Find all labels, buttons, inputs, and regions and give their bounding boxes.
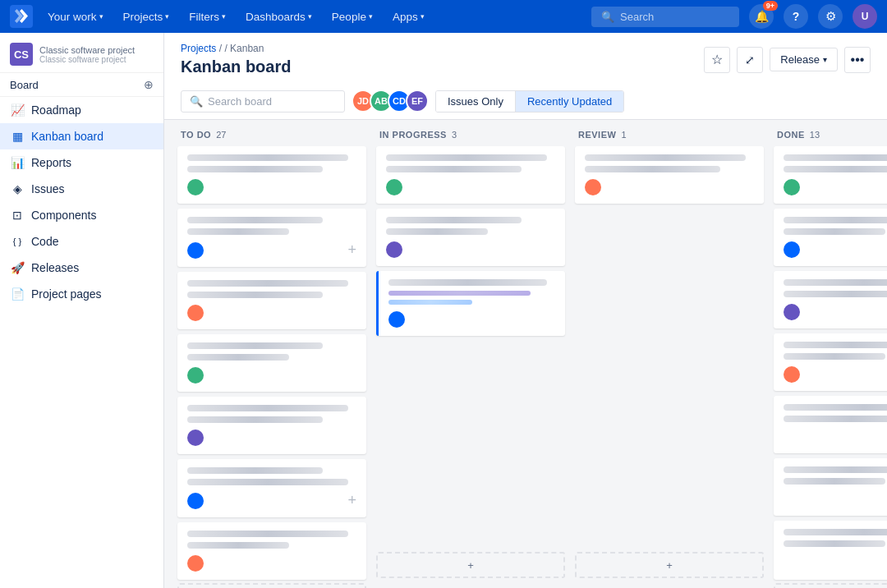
board-selector[interactable]: Board ⊕ — [0, 73, 163, 97]
column-todo-title: TO DO — [181, 130, 211, 140]
column-done-title: DONE — [777, 130, 805, 140]
jira-logo[interactable] — [10, 5, 33, 28]
column-add-card-inprogress[interactable]: + — [376, 552, 565, 578]
table-row[interactable] — [376, 209, 565, 266]
column-to-do: TO DO 27 — [177, 130, 366, 578]
avatar — [386, 179, 402, 195]
plus-icon: + — [666, 559, 673, 572]
table-row[interactable] — [774, 333, 887, 391]
avatar — [187, 305, 204, 321]
table-row[interactable] — [774, 271, 887, 328]
board-header: Projects / / Kanban Kanban board ☆ ⤢ Rel… — [164, 33, 887, 120]
kanban-icon: ▦ — [10, 130, 25, 143]
filter-avatars: JD AB CD EF — [352, 90, 429, 113]
table-row[interactable] — [575, 146, 764, 204]
chevron-down-icon: ▾ — [823, 55, 827, 64]
star-button[interactable]: ☆ — [704, 47, 730, 73]
table-row[interactable] — [774, 396, 887, 453]
notification-button[interactable]: 🔔 9+ — [749, 4, 774, 29]
avatar — [187, 242, 204, 259]
column-todo-count: 27 — [216, 130, 226, 140]
column-add-card-done[interactable]: + — [774, 583, 887, 588]
project-info: Classic software project Classic softwar… — [39, 45, 154, 64]
bell-icon: 🔔 — [755, 10, 769, 23]
avatar — [784, 304, 800, 320]
table-row[interactable] — [376, 146, 565, 204]
more-button[interactable]: ••• — [844, 47, 871, 73]
sidebar-item-issues[interactable]: ◈ Issues — [0, 176, 163, 202]
your-work-nav[interactable]: Your work▾ — [43, 7, 108, 26]
top-nav: Your work▾ Projects▾ Filters▾ Dashboards… — [0, 0, 887, 33]
sidebar-project-header: CS Classic software project Classic soft… — [0, 33, 163, 73]
share-button[interactable]: ⤢ — [737, 47, 763, 73]
release-label: Release — [780, 53, 820, 66]
people-nav[interactable]: People▾ — [327, 7, 378, 26]
filter-button-group: Issues Only Recently Updated — [435, 90, 624, 113]
search-board-placeholder: Search board — [208, 95, 272, 108]
sidebar-item-releases[interactable]: 🚀 Releases — [0, 255, 163, 281]
apps-nav[interactable]: Apps▾ — [388, 7, 430, 26]
table-row[interactable] — [774, 209, 887, 266]
sidebar-item-code[interactable]: { } Code — [0, 228, 163, 255]
breadcrumb: Projects / / Kanban — [181, 43, 291, 54]
table-row[interactable] — [376, 271, 565, 336]
card-add-icon[interactable]: + — [347, 241, 356, 259]
column-in-progress: IN PROGRESS 3 — [376, 130, 565, 578]
sidebar-item-project-pages[interactable]: 📄 Project pages — [0, 281, 163, 307]
column-done: DONE 13 — [774, 130, 887, 578]
sidebar-item-roadmap[interactable]: 📈 Roadmap — [0, 97, 163, 123]
project-type: Classic software project — [39, 55, 154, 64]
column-review-title: REVIEW — [578, 130, 616, 140]
dashboards-nav[interactable]: Dashboards▾ — [241, 7, 317, 26]
avatar — [784, 179, 800, 195]
sidebar-item-kanban-board[interactable]: ▦ Kanban board — [0, 123, 163, 149]
table-row[interactable] — [177, 397, 366, 454]
table-row[interactable]: + — [177, 209, 366, 267]
release-button[interactable]: Release ▾ — [770, 48, 838, 71]
avatar-filter-4[interactable]: EF — [406, 90, 429, 113]
avatar — [784, 241, 800, 258]
roadmap-icon: 📈 — [10, 103, 25, 117]
column-inprogress-title: IN PROGRESS — [379, 130, 447, 140]
board-actions: ☆ ⤢ Release ▾ ••• — [704, 47, 871, 73]
filter-row: 🔍 Search board JD AB CD EF Issues Only R… — [181, 83, 871, 119]
table-row[interactable] — [774, 521, 887, 580]
sidebar-item-components[interactable]: ⊡ Components — [0, 202, 163, 228]
column-review: REVIEW 1 + — [575, 130, 764, 578]
table-row[interactable] — [774, 458, 887, 516]
column-done-count: 13 — [810, 130, 820, 140]
filters-nav[interactable]: Filters▾ — [184, 7, 231, 26]
column-add-card-review[interactable]: + — [575, 552, 764, 578]
table-row[interactable] — [177, 522, 366, 580]
issues-only-filter[interactable]: Issues Only — [436, 91, 516, 112]
user-avatar[interactable]: U — [853, 4, 877, 29]
table-row[interactable] — [774, 146, 887, 204]
table-row[interactable] — [177, 146, 366, 204]
help-icon: ? — [793, 10, 800, 23]
help-button[interactable]: ? — [784, 4, 808, 29]
avatar — [585, 179, 601, 195]
table-row[interactable] — [177, 334, 366, 392]
search-bar[interactable]: 🔍 Search — [591, 7, 739, 27]
recently-updated-filter[interactable]: Recently Updated — [516, 91, 623, 112]
search-icon: 🔍 — [601, 11, 614, 23]
project-name: Classic software project — [39, 45, 154, 55]
avatar — [386, 241, 402, 258]
avatar — [187, 493, 204, 509]
sidebar-item-reports[interactable]: 📊 Reports — [0, 149, 163, 176]
table-row[interactable] — [177, 272, 366, 329]
page-title: Kanban board — [181, 57, 291, 76]
table-row[interactable]: + — [177, 459, 366, 517]
card-add-icon[interactable]: + — [347, 492, 356, 509]
issues-icon: ◈ — [10, 182, 25, 195]
projects-nav[interactable]: Projects▾ — [118, 7, 175, 26]
board-search[interactable]: 🔍 Search board — [181, 90, 345, 113]
avatar — [784, 366, 800, 383]
breadcrumb-projects[interactable]: Projects — [181, 43, 216, 54]
settings-icon: ⚙ — [825, 9, 836, 24]
reports-icon: 📊 — [10, 156, 25, 169]
settings-button[interactable]: ⚙ — [818, 4, 843, 29]
avatar — [388, 311, 405, 328]
column-add-card-button[interactable]: + — [177, 583, 366, 588]
avatar — [187, 179, 204, 195]
